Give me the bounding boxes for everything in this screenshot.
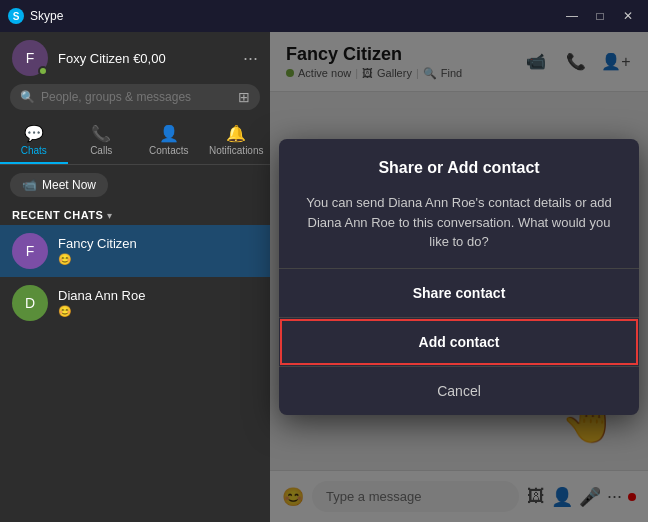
chat-item-fancy[interactable]: F Fancy Citizen 😊 [0,225,270,277]
search-area: 🔍 ⊞ [0,84,270,118]
sidebar: F Foxy Citizen €0,00 ··· 🔍 ⊞ 💬 Chats 📞 C… [0,32,270,522]
diana-info: Diana Ann Roe 😊 [58,288,258,318]
chat-main: Fancy Citizen Active now | 🖼 Gallery | 🔍… [270,32,648,522]
avatar-status [38,66,48,76]
chats-icon: 💬 [24,124,44,143]
nav-tabs: 💬 Chats 📞 Calls 👤 Contacts 🔔 Notificatio… [0,118,270,165]
share-contact-button[interactable]: Share contact [279,269,639,317]
tab-notifications[interactable]: 🔔 Notifications [203,118,271,164]
profile-name: Foxy Citizen €0,00 [58,51,233,66]
fancy-citizen-avatar: F [12,233,48,269]
add-contact-button[interactable]: Add contact [279,318,639,366]
dialog-title: Share or Add contact [303,159,615,177]
dialog-title-area: Share or Add contact [279,139,639,193]
avatar: F [12,40,48,76]
minimize-button[interactable]: — [560,6,584,26]
dialog-body: You can send Diana Ann Roe's contact det… [279,193,639,268]
search-input[interactable] [41,90,232,104]
tab-contacts-label: Contacts [149,145,188,156]
fancy-citizen-info: Fancy Citizen 😊 [58,236,258,266]
skype-icon: S [8,8,24,24]
recent-label: RECENT CHATS [12,209,103,221]
tab-notifications-label: Notifications [209,145,263,156]
tab-calls[interactable]: 📞 Calls [68,118,136,164]
close-button[interactable]: ✕ [616,6,640,26]
search-box: 🔍 ⊞ [10,84,260,110]
profile-more-button[interactable]: ··· [243,48,258,69]
recent-header: RECENT CHATS ▾ [0,205,270,225]
meet-area: 📹 Meet Now [0,165,270,205]
profile-area: F Foxy Citizen €0,00 ··· [0,32,270,84]
app-body: F Foxy Citizen €0,00 ··· 🔍 ⊞ 💬 Chats 📞 C… [0,32,648,522]
tab-chats[interactable]: 💬 Chats [0,118,68,164]
cancel-button[interactable]: Cancel [279,367,639,415]
tab-contacts[interactable]: 👤 Contacts [135,118,203,164]
recent-chevron-icon: ▾ [107,210,112,221]
titlebar-left: S Skype [8,8,63,24]
diana-preview: 😊 [58,305,258,318]
tab-chats-label: Chats [21,145,47,156]
search-icon: 🔍 [20,90,35,104]
titlebar: S Skype — □ ✕ [0,0,648,32]
diana-name: Diana Ann Roe [58,288,258,303]
meet-now-button[interactable]: 📹 Meet Now [10,173,108,197]
fancy-citizen-name: Fancy Citizen [58,236,258,251]
fancy-citizen-preview: 😊 [58,253,258,266]
diana-avatar: D [12,285,48,321]
meet-icon: 📹 [22,178,37,192]
tab-calls-label: Calls [90,145,112,156]
modal-overlay: Share or Add contact You can send Diana … [270,32,648,522]
contacts-icon: 👤 [159,124,179,143]
dialog-text: You can send Diana Ann Roe's contact det… [303,193,615,252]
grid-icon[interactable]: ⊞ [238,89,250,105]
calls-icon: 📞 [91,124,111,143]
notifications-icon: 🔔 [226,124,246,143]
maximize-button[interactable]: □ [588,6,612,26]
dialog: Share or Add contact You can send Diana … [279,139,639,415]
titlebar-controls: — □ ✕ [560,6,640,26]
chat-item-diana[interactable]: D Diana Ann Roe 😊 [0,277,270,329]
titlebar-title: Skype [30,9,63,23]
meet-now-label: Meet Now [42,178,96,192]
